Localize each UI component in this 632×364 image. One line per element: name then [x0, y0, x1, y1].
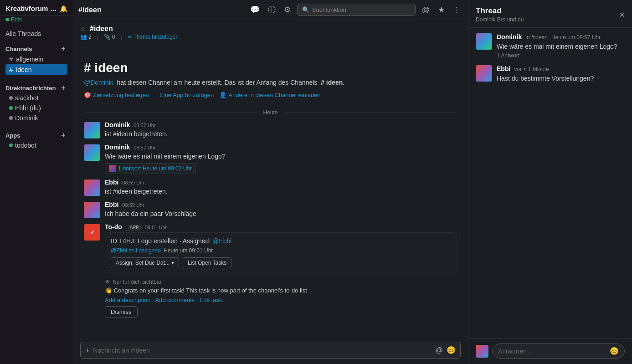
thread-message-time: Heute um 08:57 Uhr — [551, 34, 601, 41]
message-time: 08:59 Uhr — [122, 202, 144, 208]
goal-icon: 🎯 — [84, 92, 91, 98]
ephemeral-text: 👋 Congrats on your first task! This task… — [105, 287, 457, 294]
dm-header[interactable]: Direktnachrichten + — [5, 84, 67, 92]
dismiss-button[interactable]: Dismiss — [105, 306, 138, 318]
todo-message: ID T4HJ: Logo erstellen · Assigned: @Ebb… — [105, 232, 457, 272]
message-header: To-do APP 09:01 Uhr — [105, 223, 457, 231]
sidebar-item-todobot[interactable]: todobot — [5, 140, 67, 150]
message-content: Dominik 08:57 Uhr Wie wäre es mal mit ei… — [105, 144, 457, 174]
workspace-name[interactable]: Kreativforum Fr... — [5, 5, 60, 12]
message-header: Ebbi 08:59 Uhr — [105, 201, 457, 208]
channel-name-header: #ideen — [90, 25, 113, 33]
message-time: 08:57 Uhr — [134, 145, 155, 150]
action-goal-btn[interactable]: 🎯 Zielsetzung festlegen — [84, 92, 149, 98]
sidebar-item-allgemein[interactable]: # allgemein — [5, 54, 67, 64]
channels-header[interactable]: Channels + — [5, 45, 67, 53]
invite-icon: 👤 — [219, 92, 226, 98]
add-app-button[interactable]: + — [59, 131, 67, 139]
channel-title-row: ☆ #ideen — [80, 25, 179, 33]
reply-avatar — [109, 165, 116, 172]
sidebar-item-dominik[interactable]: Dominik — [5, 113, 67, 123]
todo-meta: @Ebbi self assigned Heute um 09:01 Uhr — [111, 247, 451, 254]
reply-thread-btn[interactable]: 1 Antwort Heute um 09:02 Uhr — [105, 163, 196, 174]
thread-close-button[interactable]: × — [619, 10, 625, 20]
main-content: #ideen 💬 ⓘ ⚙ 🔍 @ ★ ⋮ ☆ #ideen 👥 2 | — [73, 0, 468, 364]
message-author: To-do — [105, 223, 122, 231]
topnav: #ideen 💬 ⓘ ⚙ 🔍 @ ★ ⋮ — [73, 0, 468, 20]
apps-header[interactable]: Apps + — [5, 131, 67, 139]
activity-icon-button[interactable]: 💬 — [248, 3, 262, 16]
add-description-link[interactable]: Add a description — [105, 297, 150, 303]
app-name-label: todobot — [15, 142, 36, 149]
channel-name-label: ideen — [16, 66, 31, 73]
thread-message-text: Wie wäre es mal mit einem eigenen Logo? — [497, 42, 625, 51]
channel-intro-desc: @Dominik hat diesen Channel am heute ers… — [84, 79, 457, 86]
action-invite-btn[interactable]: 👤 Andere in diesen Channel einladen — [219, 92, 320, 98]
reply-count: 1 Antwort — [118, 165, 141, 172]
message-author: Ebbi — [105, 179, 118, 186]
dm-name-label: Dominik — [15, 114, 38, 122]
star-channel-icon[interactable]: ☆ — [80, 25, 86, 32]
sidebar-item-ideen[interactable]: # ideen — [5, 64, 67, 75]
bell-icon[interactable]: 🔔 — [60, 5, 67, 12]
star-icon-button[interactable]: ★ — [436, 3, 447, 16]
message-input[interactable] — [93, 347, 432, 354]
action-add-app-btn[interactable]: + Eine App hinzufügen — [154, 92, 214, 98]
search-bar[interactable]: 🔍 — [297, 4, 416, 16]
thread-emoji-button[interactable]: 😊 — [610, 347, 619, 355]
at-mention-button[interactable]: @ — [436, 346, 443, 354]
ephemeral-links: Add a description | Add comments | Edit … — [105, 297, 457, 303]
list-item: Dominik in #ideen Heute um 08:57 Uhr Wie… — [476, 33, 625, 59]
message-content: Dominik 08:57 Uhr ist #ideen beigetreten… — [105, 121, 457, 139]
info-icon-button[interactable]: ⓘ — [266, 3, 277, 17]
add-channel-button[interactable]: + — [59, 45, 67, 53]
separator: | — [121, 34, 122, 40]
avatar — [476, 65, 492, 82]
thread-message-header: Ebbi vor < 1 Minute — [497, 65, 625, 72]
message-time: 08:59 Uhr — [122, 180, 144, 185]
date-divider: Heute — [73, 106, 468, 119]
message-text: Wie wäre es mal mit einem eigenen Logo? — [105, 152, 457, 161]
search-icon: 🔍 — [302, 6, 309, 13]
status-dot — [9, 106, 13, 110]
edit-task-link[interactable]: Edit task — [200, 297, 222, 303]
list-tasks-button[interactable]: List Open Tasks — [183, 257, 231, 268]
dm-name-label: slackbot — [15, 94, 38, 102]
sidebar: Kreativforum Fr... 🔔 Ebbi Alle Threads C… — [0, 0, 73, 364]
avatar — [476, 33, 492, 50]
add-dm-button[interactable]: + — [59, 84, 67, 92]
add-topic-btn[interactable]: ✏ Thema hinzufügen — [128, 34, 179, 40]
workspace-status: Ebbi — [0, 15, 73, 26]
message-author: Dominik — [105, 121, 130, 128]
task-mention[interactable]: @Ebbi — [212, 237, 231, 245]
hash-icon: # — [9, 66, 13, 73]
emoji-button[interactable]: 😊 — [447, 346, 456, 354]
channels-label: Channels — [5, 46, 32, 52]
sidebar-item-ebbi[interactable]: Ebbi (du) — [5, 103, 67, 113]
status-dot — [9, 144, 13, 147]
search-input[interactable] — [312, 6, 411, 13]
add-comments-link[interactable]: Add comments — [155, 297, 195, 303]
avatar — [84, 179, 100, 196]
message-author: Dominik — [105, 144, 130, 151]
thread-reply-input[interactable] — [498, 348, 607, 355]
message-content: To-do APP 09:01 Uhr ID T4HJ: Logo erstel… — [105, 223, 457, 272]
workspace-header[interactable]: Kreativforum Fr... 🔔 — [0, 0, 73, 15]
add-attachment-button[interactable]: + — [85, 346, 89, 354]
sidebar-item-slackbot[interactable]: slackbot — [5, 93, 67, 103]
assign-date-button[interactable]: Assign, Set Due Dat... ▾ — [111, 257, 179, 268]
attachment-icon: 📎 — [104, 34, 111, 40]
more-icon-button[interactable]: ⋮ — [451, 3, 462, 16]
eye-icon: 👁 — [105, 279, 110, 285]
edit-icon: ✏ — [128, 34, 132, 40]
gear-icon-button[interactable]: ⚙ — [282, 3, 293, 16]
creator-mention[interactable]: @Dominik — [84, 79, 113, 86]
all-threads-item[interactable]: Alle Threads — [0, 26, 73, 41]
members-count: 👥 2 — [80, 34, 92, 40]
channel-header: ☆ #ideen 👥 2 | 📎 0 | ✏ Thema hinzufügen — [73, 20, 468, 44]
table-row: Dominik 08:57 Uhr Wie wäre es mal mit ei… — [73, 142, 468, 176]
avatar — [84, 202, 100, 218]
workspace-status-label: Ebbi — [11, 16, 22, 23]
at-icon-button[interactable]: @ — [420, 4, 432, 16]
message-input-wrapper: + @ 😊 — [80, 342, 461, 359]
